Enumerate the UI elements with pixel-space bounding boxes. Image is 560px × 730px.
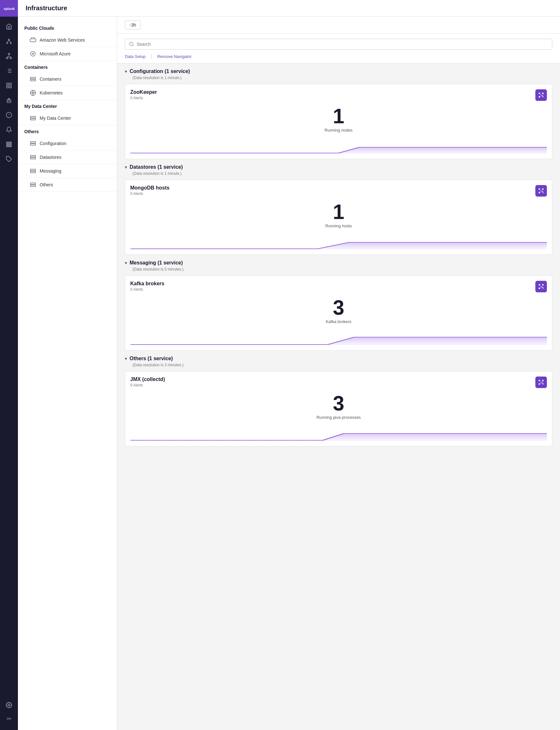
search-area: Data Setup | Remove Navigator	[117, 34, 560, 63]
svg-rect-32	[10, 142, 11, 143]
card-jmx-info: JMX (collectd) 0 Alerts	[130, 377, 165, 388]
section-messaging-title: Messaging (1 service)	[130, 260, 183, 266]
svg-rect-90	[540, 382, 541, 382]
section-messaging-header[interactable]: ▾ Messaging (1 service)	[125, 260, 552, 266]
sidebar-item-messaging[interactable]: Messaging	[18, 164, 117, 178]
sidebar-item-aws[interactable]: Amazon Web Services	[18, 33, 117, 47]
top-bar: Infrastructure	[18, 0, 560, 17]
grid-nav-icon[interactable]	[3, 138, 15, 151]
alert-nav-icon[interactable]	[3, 108, 15, 121]
svg-rect-35	[10, 144, 11, 145]
remove-navigator-link[interactable]: Remove Navigator	[157, 53, 192, 59]
svg-rect-68	[540, 96, 541, 96]
section-datastores-header[interactable]: ▾ Datastores (1 service)	[125, 164, 552, 170]
time-range-button[interactable]: -3h	[125, 20, 141, 29]
card-mongodb-title: MongoDB hosts	[130, 185, 170, 191]
svg-rect-71	[539, 188, 540, 190]
svg-rect-80	[542, 284, 543, 285]
card-mongodb-label: Running hosts	[130, 223, 547, 228]
svg-rect-87	[539, 380, 540, 381]
section-others-title: Others (1 service)	[130, 356, 173, 361]
svg-rect-72	[542, 188, 543, 190]
splunk-logo: splunk>	[0, 0, 18, 17]
main-wrapper: Infrastructure Public Clouds Amazon Web …	[18, 0, 560, 730]
list-nav-icon[interactable]	[3, 64, 15, 77]
card-jmx-label: Running java processes	[130, 415, 547, 420]
card-jmx-header: JMX (collectd) 0 Alerts	[130, 377, 547, 388]
sidebar-item-datastores-label: Datastores	[40, 155, 61, 160]
card-kafka-label: Kafka brokers	[130, 319, 547, 324]
svg-rect-22	[10, 86, 12, 88]
sidebar-item-datastores[interactable]: Datastores	[18, 150, 117, 164]
svg-rect-55	[30, 156, 36, 157]
svg-rect-33	[7, 144, 8, 145]
card-zookeeper-qr-button[interactable]	[535, 89, 547, 101]
robot-nav-icon[interactable]	[3, 94, 15, 107]
content-inner: Data Setup | Remove Navigator ▾ Configur…	[117, 34, 560, 446]
dashboard-nav-icon[interactable]	[3, 79, 15, 92]
link-row: Data Setup | Remove Navigator	[125, 53, 552, 63]
bell-nav-icon[interactable]	[3, 123, 15, 136]
svg-rect-8	[10, 58, 12, 59]
sidebar-item-others[interactable]: Others	[18, 178, 117, 192]
svg-point-40	[8, 704, 10, 706]
mdc-icon	[29, 115, 36, 122]
nav-rail: splunk> >>	[0, 0, 18, 730]
card-kafka-alerts: 0 Alerts	[130, 287, 164, 292]
svg-rect-57	[30, 169, 36, 171]
svg-rect-92	[540, 383, 541, 384]
card-jmx-title: JMX (collectd)	[130, 377, 165, 382]
configuration-icon	[29, 140, 36, 147]
sidebar-item-containers[interactable]: Containers	[18, 72, 117, 86]
svg-rect-81	[539, 287, 540, 289]
svg-rect-31	[8, 142, 9, 143]
svg-rect-51	[30, 116, 36, 118]
collapse-nav-icon[interactable]: >>	[3, 712, 15, 725]
content-area: Public Clouds Amazon Web Services Micros…	[18, 17, 560, 730]
svg-line-5	[9, 40, 11, 43]
section-configuration-subtext: (Data resolution is 1 minute.)	[125, 76, 552, 80]
search-icon	[129, 42, 134, 47]
card-kafka-number: 3	[130, 297, 547, 318]
card-mongodb: MongoDB hosts 0 Alerts 1 Running hosts	[125, 180, 552, 255]
card-zookeeper-label: Running nodes	[130, 128, 547, 132]
svg-rect-36	[7, 146, 8, 147]
card-jmx-alerts: 0 Alerts	[130, 383, 165, 388]
svg-rect-66	[540, 94, 541, 95]
chevron-configuration-icon: ▾	[125, 69, 127, 74]
hierarchy-nav-icon[interactable]	[3, 50, 15, 62]
card-mongodb-metric: 1 Running hosts	[130, 196, 547, 231]
sidebar-item-configuration[interactable]: Configuration	[18, 137, 117, 150]
topology-nav-icon[interactable]	[3, 35, 15, 48]
main-right: -3h Data Setup | Remove Navigator	[117, 17, 560, 730]
svg-rect-60	[30, 185, 36, 187]
card-mongodb-qr-button[interactable]	[535, 185, 547, 196]
card-jmx: JMX (collectd) 0 Alerts 3 Running java p…	[125, 371, 552, 446]
svg-rect-85	[542, 287, 543, 288]
svg-rect-19	[7, 83, 9, 85]
svg-rect-83	[542, 286, 542, 286]
svg-rect-93	[542, 383, 543, 384]
section-datastores: ▾ Datastores (1 service) (Data resolutio…	[125, 164, 552, 255]
main-content: Data Setup | Remove Navigator ▾ Configur…	[117, 34, 560, 730]
settings-nav-icon[interactable]	[3, 699, 15, 711]
sidebar-item-mdc[interactable]: My Data Center	[18, 111, 117, 125]
svg-point-1	[8, 39, 9, 40]
section-configuration-title: Configuration (1 service)	[130, 68, 190, 74]
sidebar-section-mdc: My Data Center	[18, 100, 117, 111]
card-jmx-qr-button[interactable]	[535, 377, 547, 388]
sidebar-section-public-clouds: Public Clouds	[18, 22, 117, 33]
home-nav-icon[interactable]	[3, 20, 15, 33]
data-setup-link[interactable]: Data Setup	[125, 53, 146, 59]
tag-nav-icon[interactable]	[3, 153, 15, 165]
card-kafka-chart	[130, 329, 547, 345]
section-others-header[interactable]: ▾ Others (1 service)	[125, 356, 552, 361]
card-mongodb-chart	[130, 233, 547, 249]
sidebar-item-kubernetes[interactable]: Kubernetes	[18, 86, 117, 100]
section-configuration-header[interactable]: ▾ Configuration (1 service)	[125, 68, 552, 74]
card-kafka-qr-button[interactable]	[535, 281, 547, 292]
svg-rect-64	[542, 93, 543, 94]
sidebar-item-azure[interactable]: Microsoft Azure	[18, 47, 117, 61]
kubernetes-icon	[29, 89, 36, 96]
search-input[interactable]	[137, 42, 548, 47]
